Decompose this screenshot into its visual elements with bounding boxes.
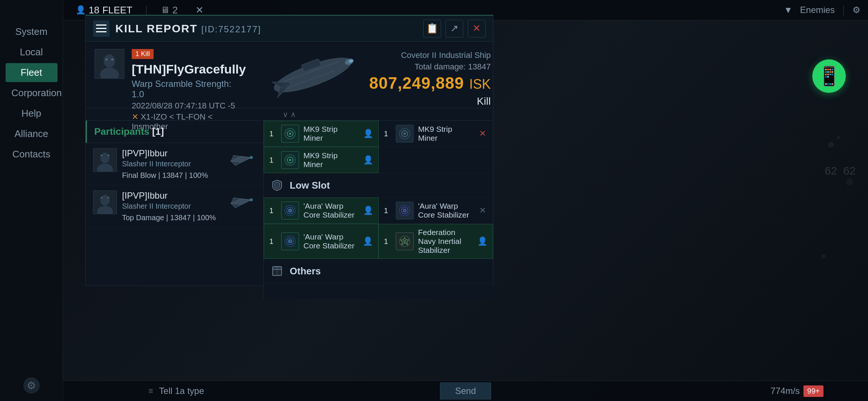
stats-divider2: |	[185, 171, 189, 179]
total-damage-label: Total damage:	[414, 62, 466, 71]
warp-stab-qty-1: 1	[269, 206, 277, 215]
send-button[interactable]: Send	[440, 382, 491, 400]
sidebar-item-corporation[interactable]: Corporation	[6, 84, 57, 102]
victim-details: 1 Kill [THN]FlyGracefully Warp Scramble …	[132, 49, 246, 131]
warp-stab-icon-1	[281, 202, 299, 219]
kill-badge: 1 Kill	[132, 49, 154, 59]
victim-avatar	[95, 49, 124, 79]
topbar-divider2: |	[842, 4, 845, 16]
module-qty-3: 1	[269, 156, 277, 164]
strip-miner-cell-3: 1 MK9 Strip Miner 👤	[264, 147, 379, 173]
svg-point-30	[250, 198, 253, 202]
sidebar-item-alliance[interactable]: Alliance	[6, 124, 57, 143]
svg-point-14	[100, 153, 109, 163]
warp-stab-qty-2: 1	[384, 206, 391, 215]
participant-name-2: [IPVP]Ibbur	[122, 190, 221, 201]
strip-miner-name-2: MK9 Strip Miner	[418, 125, 473, 143]
fleet-count-icon: 👤	[76, 5, 86, 15]
participant-info-1: [IPVP]Ibbur Slasher II Interceptor Final…	[122, 148, 221, 180]
modal-header-buttons: 📋 ↗ ✕	[423, 20, 486, 38]
filter-icon[interactable]: ⚙	[852, 5, 861, 15]
svg-point-1	[103, 55, 115, 68]
warp-stab-action-2[interactable]: ✕	[477, 206, 488, 215]
svg-point-23	[100, 195, 109, 206]
ship-class-label: Industrial Ship	[439, 50, 491, 60]
svg-rect-16	[101, 155, 102, 156]
box-icon	[270, 264, 285, 278]
ship-class: Covetor II Industrial Ship	[379, 49, 491, 61]
menu-button[interactable]	[93, 20, 109, 37]
warp-stab-action-3[interactable]: 👤	[362, 237, 373, 246]
participant-avatar-2	[93, 190, 117, 214]
blow-type-2: Top Damage	[122, 213, 164, 222]
modules-panel: 1 MK9 Strip Miner 👤 1	[264, 121, 493, 299]
kill-report-modal: KILL REPORT [ID:7522177] 📋 ↗ ✕ 1	[85, 15, 493, 286]
isk-display: 807,249,889 ISK	[379, 74, 491, 92]
monitor-icon: 🖥	[161, 5, 170, 15]
hamburger-line	[96, 25, 106, 26]
strip-miners-row: 1 MK9 Strip Miner 👤 1	[264, 121, 493, 147]
participant-ship-1: Slasher II Interceptor	[122, 160, 221, 168]
isk-value: 807,249,889	[369, 74, 464, 92]
sidebar-item-system[interactable]: System	[6, 22, 57, 41]
low-slot-header: Low Slot	[264, 173, 493, 198]
modal-title-text: KILL REPORT	[115, 22, 197, 35]
warp-stab-name-1: 'Aura' Warp Core Stabilizer	[303, 202, 358, 219]
warp-stab-name-2: 'Aura' Warp Core Stabilizer	[418, 202, 473, 219]
bottom-left: ≡ Tell 1a type	[148, 386, 204, 396]
svg-point-3	[105, 58, 108, 61]
module-person-icon-3[interactable]: 👤	[363, 155, 373, 165]
participants-count: [1]	[152, 126, 164, 137]
svg-point-4	[111, 58, 114, 61]
strip-miner-icon-1	[281, 125, 299, 143]
fed-navy-action[interactable]: 👤	[477, 237, 487, 246]
clipboard-button[interactable]: 📋	[423, 20, 441, 38]
victim-section: 1 Kill [THN]FlyGracefully Warp Scramble …	[86, 42, 493, 108]
module-person-icon-2[interactable]: ✕	[477, 129, 488, 138]
whatsapp-button[interactable]: 📱	[812, 59, 846, 93]
topbar-right: ▼ Enemies | ⚙	[784, 4, 861, 16]
module-person-icon-1[interactable]: 👤	[363, 129, 373, 138]
participant-stats-2: Top Damage | 13847 | 100%	[122, 213, 221, 222]
fed-navy-qty: 1	[384, 237, 391, 246]
settings-icon[interactable]: ⚙	[23, 377, 40, 394]
low-slot-row-1: 1 'Aura' Warp Core Stabilizer 👤 1	[264, 198, 493, 224]
fed-navy-icon	[396, 232, 414, 250]
warp-stab-cell-1: 1 'Aura' Warp Core Stabilizer 👤	[264, 198, 379, 224]
warp-stab-icon-2	[396, 202, 414, 219]
sidebar-item-local[interactable]: Local	[6, 43, 57, 62]
strip-miners-row-2: 1 MK9 Strip Miner 👤	[264, 147, 493, 173]
close-modal-button[interactable]: ✕	[468, 20, 486, 38]
strip-miner-name-3: MK9 Strip Miner	[303, 151, 358, 169]
participant-item-2: [IPVP]Ibbur Slasher II Interceptor Top D…	[86, 185, 263, 228]
warp-stab-cell-2: 1 'Aura' Warp Core Stabilizer ✕	[379, 198, 493, 224]
sidebar-item-fleet[interactable]: Fleet	[6, 63, 57, 82]
modal-body: Participants [1] [IPVP]Ibbur	[86, 121, 493, 299]
strip-miner-cell-2: 1 MK9 Strip Miner ✕	[379, 121, 493, 147]
notification-count: 99+	[803, 385, 823, 397]
modal-header: KILL REPORT [ID:7522177] 📋 ↗ ✕	[86, 16, 493, 42]
participant-name-1: [IPVP]Ibbur	[122, 148, 221, 159]
warp-stab-cell-3: 1 'Aura' Warp Core Stabilizer 👤	[264, 224, 378, 259]
participant-info-2: [IPVP]Ibbur Slasher II Interceptor Top D…	[122, 190, 221, 222]
warp-stab-icon-3	[281, 232, 299, 250]
topbar-divider1: |	[145, 4, 148, 16]
sidebar-item-help[interactable]: Help	[6, 104, 57, 123]
svg-point-54	[403, 240, 406, 243]
ship-area	[253, 49, 372, 101]
victim-avatar-placeholder	[95, 49, 124, 78]
module-qty-2: 1	[384, 130, 391, 138]
sidebar-item-contacts[interactable]: Contacts	[6, 145, 57, 164]
modal-id: [ID:7522177]	[201, 24, 261, 34]
shield-icon	[270, 178, 285, 193]
svg-point-51	[290, 241, 291, 242]
participants-title: Participants [1]	[94, 126, 164, 137]
percent-2: 100%	[197, 213, 216, 222]
export-button[interactable]: ↗	[445, 20, 463, 38]
svg-point-33	[289, 133, 291, 135]
victim-right: Covetor II Industrial Ship Total damage:…	[379, 49, 491, 107]
warp-stab-action-1[interactable]: 👤	[363, 206, 373, 215]
hamburger-line	[96, 31, 106, 32]
participants-panel: Participants [1] [IPVP]Ibbur	[86, 121, 264, 299]
isk-label: ISK	[469, 76, 491, 92]
